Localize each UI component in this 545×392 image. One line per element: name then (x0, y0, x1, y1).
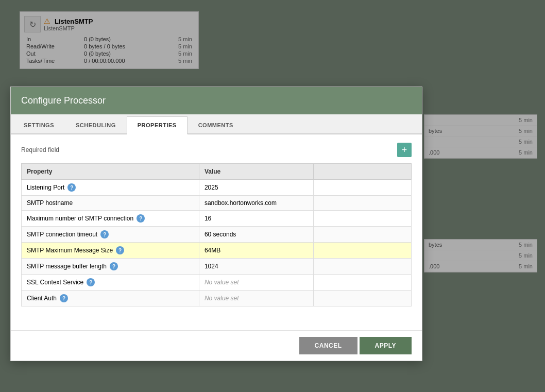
property-extra-cell (314, 211, 412, 227)
table-row: Listening Port ? 2025 (22, 180, 412, 196)
property-value-cell[interactable]: 64MB (199, 243, 313, 259)
property-value-cell[interactable]: 60 seconds (199, 227, 313, 243)
tab-comments[interactable]: COMMENTS (188, 116, 244, 133)
dialog-footer: CANCEL APPLY (11, 330, 422, 361)
required-field-row: Required field + (21, 143, 412, 157)
apply-button[interactable]: APPLY (360, 337, 412, 354)
help-icon[interactable]: ? (67, 183, 76, 192)
property-value-cell[interactable]: 2025 (199, 180, 313, 196)
dialog-header: Configure Processor (11, 87, 422, 114)
property-name-cell: Client Auth ? (22, 291, 199, 306)
dialog-body: Required field + Property Value Listenin… (11, 134, 422, 330)
property-name-cell: Maximum number of SMTP connection ? (22, 211, 199, 227)
property-extra-cell (314, 180, 412, 196)
table-row: Client Auth ? No value set (22, 291, 412, 306)
property-value-cell[interactable]: No value set (199, 275, 313, 291)
help-icon[interactable]: ? (60, 294, 68, 302)
table-row-highlighted: SMTP Maximum Message Size ? 64MB (22, 243, 412, 259)
tab-scheduling[interactable]: SCHEDULING (65, 116, 127, 133)
help-icon[interactable]: ? (100, 230, 109, 238)
property-extra-cell (314, 243, 412, 259)
property-value-cell[interactable]: No value set (199, 291, 313, 306)
cancel-button[interactable]: CANCEL (299, 337, 357, 354)
table-row: Maximum number of SMTP connection ? 16 (22, 211, 412, 227)
table-row: SMTP message buffer length ? 1024 (22, 259, 412, 275)
configure-processor-dialog: Configure Processor SETTINGS SCHEDULING … (10, 87, 422, 361)
property-name-cell: Listening Port ? (22, 180, 199, 196)
property-extra-cell (314, 227, 412, 243)
help-icon[interactable]: ? (116, 246, 124, 254)
column-header-property: Property (22, 164, 199, 180)
dialog-title: Configure Processor (21, 95, 106, 106)
table-header-row: Property Value (22, 164, 412, 180)
column-header-value: Value (199, 164, 313, 180)
property-name-cell: SMTP hostname (22, 196, 199, 211)
tab-properties[interactable]: PROPERTIES (127, 116, 188, 134)
property-value-cell[interactable]: 16 (199, 211, 313, 227)
help-icon[interactable]: ? (87, 278, 95, 286)
property-extra-cell (314, 259, 412, 275)
property-extra-cell (314, 291, 412, 306)
property-value-cell[interactable]: 1024 (199, 259, 313, 275)
table-row: SSL Context Service ? No value set (22, 275, 412, 291)
help-icon[interactable]: ? (110, 262, 118, 270)
column-header-extra (314, 164, 412, 180)
add-property-button[interactable]: + (397, 143, 412, 157)
property-name-cell: SMTP message buffer length ? (22, 259, 199, 275)
tabs-container: SETTINGS SCHEDULING PROPERTIES COMMENTS (11, 114, 422, 134)
property-value-cell[interactable]: sandbox.hortonworks.com (199, 196, 313, 211)
required-field-label: Required field (21, 146, 59, 154)
property-extra-cell (314, 275, 412, 291)
property-name-cell: SMTP connection timeout ? (22, 227, 199, 243)
tab-settings[interactable]: SETTINGS (13, 116, 65, 133)
help-icon[interactable]: ? (137, 214, 145, 223)
properties-table: Property Value Listening Port ? 2025 (21, 163, 412, 306)
table-row: SMTP connection timeout ? 60 seconds (22, 227, 412, 243)
table-row: SMTP hostname sandbox.hortonworks.com (22, 196, 412, 211)
property-name-cell: SSL Context Service ? (22, 275, 199, 291)
property-name-cell: SMTP Maximum Message Size ? (22, 243, 199, 259)
property-extra-cell (314, 196, 412, 211)
